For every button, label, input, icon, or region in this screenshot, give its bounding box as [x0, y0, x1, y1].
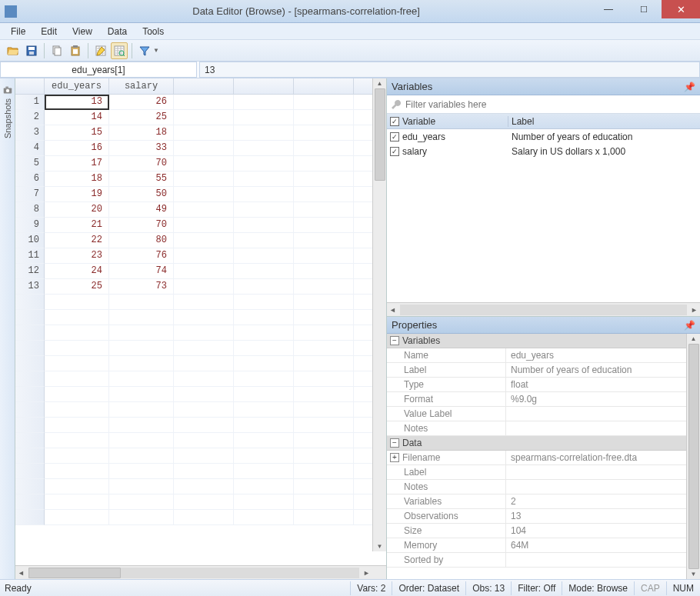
data-cell[interactable]: 14 [45, 110, 109, 125]
row-header[interactable]: 7 [15, 187, 45, 202]
data-cell-empty[interactable] [109, 510, 174, 525]
maximize-button[interactable] [626, 0, 662, 18]
data-cell-empty[interactable] [234, 464, 294, 479]
data-cell-empty[interactable] [45, 341, 109, 356]
data-cell-empty[interactable] [174, 264, 234, 279]
data-cell-empty[interactable] [109, 418, 174, 433]
data-cell-empty[interactable] [234, 510, 294, 525]
data-cell-empty[interactable] [234, 325, 294, 341]
data-cell-empty[interactable] [174, 387, 234, 402]
data-cell-empty[interactable] [234, 387, 294, 402]
row-header[interactable]: 2 [15, 110, 45, 125]
data-cell-empty[interactable] [174, 187, 234, 202]
data-cell-empty[interactable] [45, 510, 109, 525]
row-header[interactable]: 12 [15, 264, 45, 279]
data-cell-empty[interactable] [294, 295, 354, 310]
data-cell-empty[interactable] [294, 264, 354, 279]
dropdown-arrow-icon[interactable]: ▼ [153, 47, 159, 54]
data-cell-empty[interactable] [174, 494, 234, 510]
data-cell-empty[interactable] [45, 356, 109, 371]
data-cell-empty[interactable] [294, 356, 354, 371]
save-icon[interactable] [23, 42, 40, 59]
data-cell[interactable]: 23 [45, 248, 109, 264]
data-cell-empty[interactable] [109, 310, 174, 325]
data-cell-empty[interactable] [174, 233, 234, 248]
data-cell-empty[interactable] [174, 356, 234, 371]
data-cell-empty[interactable] [234, 156, 294, 171]
data-cell-empty[interactable] [45, 310, 109, 325]
open-icon[interactable] [5, 42, 22, 59]
data-cell[interactable]: 80 [109, 233, 174, 248]
data-cell[interactable]: 13 [45, 95, 109, 110]
data-cell-empty[interactable] [234, 295, 294, 310]
data-cell-empty[interactable] [174, 279, 234, 295]
data-cell-empty[interactable] [294, 433, 354, 448]
data-cell[interactable]: 20 [45, 202, 109, 218]
data-cell-empty[interactable] [294, 387, 354, 402]
data-cell-empty[interactable] [234, 233, 294, 248]
row-header[interactable] [15, 464, 45, 479]
variable-row[interactable]: salarySalary in US dollars x 1,000 [387, 144, 700, 158]
variables-horizontal-scrollbar[interactable] [387, 302, 700, 316]
data-cell-empty[interactable] [294, 218, 354, 233]
data-cell-empty[interactable] [234, 264, 294, 279]
data-cell-empty[interactable] [174, 371, 234, 387]
row-header[interactable]: 1 [15, 95, 45, 110]
wrench-icon[interactable] [390, 98, 402, 111]
data-cell-empty[interactable] [234, 448, 294, 464]
data-cell[interactable]: 26 [109, 95, 174, 110]
row-header[interactable] [15, 418, 45, 433]
row-header[interactable]: 4 [15, 141, 45, 156]
data-cell-empty[interactable] [234, 171, 294, 187]
data-cell-empty[interactable] [109, 295, 174, 310]
data-cell-empty[interactable] [45, 387, 109, 402]
data-cell[interactable]: 76 [109, 248, 174, 264]
data-cell-empty[interactable] [174, 325, 234, 341]
data-cell-empty[interactable] [294, 279, 354, 295]
data-cell-empty[interactable] [45, 464, 109, 479]
data-cell-empty[interactable] [294, 494, 354, 510]
data-cell-empty[interactable] [174, 125, 234, 141]
collapse-icon[interactable]: − [390, 336, 399, 345]
data-cell-empty[interactable] [294, 448, 354, 464]
close-button[interactable] [662, 0, 700, 18]
pin-icon[interactable]: 📌 [684, 82, 695, 92]
data-cell-empty[interactable] [234, 433, 294, 448]
expand-icon[interactable]: + [390, 453, 399, 462]
row-header[interactable]: 9 [15, 218, 45, 233]
data-cell-empty[interactable] [234, 187, 294, 202]
data-cell[interactable]: 49 [109, 202, 174, 218]
data-cell-empty[interactable] [109, 479, 174, 494]
data-cell-empty[interactable] [45, 325, 109, 341]
data-cell-empty[interactable] [234, 141, 294, 156]
minimize-button[interactable] [591, 0, 626, 18]
data-cell-empty[interactable] [234, 341, 294, 356]
row-header[interactable] [15, 295, 45, 310]
data-cell-empty[interactable] [294, 371, 354, 387]
grid-horizontal-scrollbar[interactable] [15, 565, 386, 579]
data-cell-empty[interactable] [294, 402, 354, 418]
data-cell[interactable]: 18 [45, 171, 109, 187]
row-header[interactable]: 11 [15, 248, 45, 264]
data-cell[interactable]: 18 [109, 125, 174, 141]
row-header[interactable]: 3 [15, 125, 45, 141]
data-cell-empty[interactable] [234, 279, 294, 295]
row-header[interactable] [15, 510, 45, 525]
data-cell-empty[interactable] [234, 248, 294, 264]
data-cell-empty[interactable] [234, 494, 294, 510]
data-cell-empty[interactable] [234, 310, 294, 325]
data-cell-empty[interactable] [174, 110, 234, 125]
col-variable-header[interactable]: Variable [402, 116, 435, 127]
grid-vertical-scrollbar[interactable] [372, 78, 386, 551]
data-cell[interactable]: 74 [109, 264, 174, 279]
data-cell-empty[interactable] [294, 125, 354, 141]
data-cell-empty[interactable] [294, 171, 354, 187]
data-cell[interactable]: 24 [45, 264, 109, 279]
data-cell-empty[interactable] [109, 464, 174, 479]
data-cell[interactable]: 22 [45, 233, 109, 248]
data-cell-empty[interactable] [234, 479, 294, 494]
variables-filter-input[interactable] [405, 99, 697, 110]
row-header[interactable]: 5 [15, 156, 45, 171]
data-cell-empty[interactable] [174, 202, 234, 218]
data-cell-empty[interactable] [294, 325, 354, 341]
